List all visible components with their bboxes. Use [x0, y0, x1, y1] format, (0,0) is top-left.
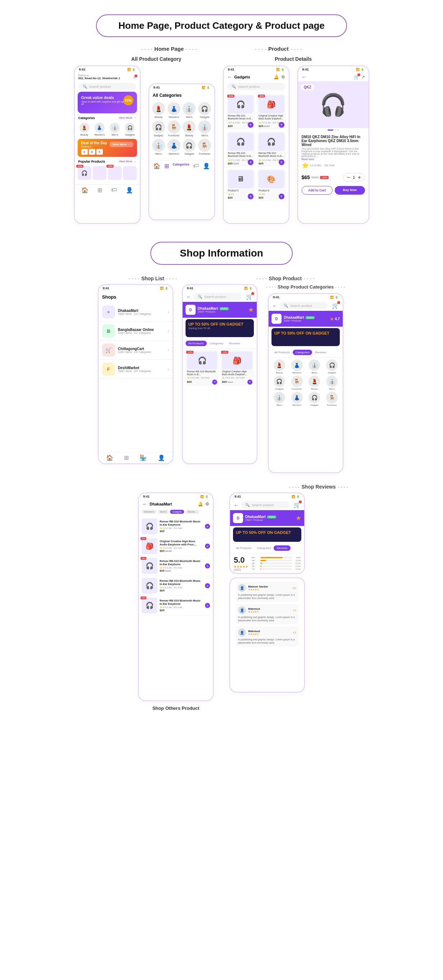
shop-cats-search[interactable]: 🔍 Search product — [279, 302, 327, 309]
shop-others-phone: 9:41 📶🔋 ← DhakaaMart 🔔 ⚙ Women's Men's G… — [138, 493, 214, 701]
home-page-label: - - - - Home Page - - - - — [141, 46, 197, 52]
hp-search-bar[interactable]: 🔍 Search product — [78, 83, 136, 90]
shop-item-dhaka[interactable]: D DhakaaMart 2500+ Items · 13+ Categorie… — [98, 302, 173, 321]
shop-information-divider: Shop Information — [0, 235, 443, 275]
shop-cats-tabs: All Products Categories Reviews — [268, 348, 343, 358]
shop-cats-phone: 9:41 📶🔋 ← 🔍 Search product 🛒 D DhakaaMar… — [268, 293, 343, 473]
all-product-category-label: All Product Category — [131, 56, 181, 62]
shop-banner: UP TO 50% OFF ON GADGET Starting from TK… — [186, 319, 254, 337]
shop-header: D DhakaaMart Online 2500+ Products ★ — [183, 302, 257, 318]
gadgets-products-phone: 9:41 📶🔋 ← Gadgets 🔔⚙ 🔍 Search product -3… — [223, 65, 289, 224]
others-product-list: 🎧 Remax RB-S10 Bluetooth Music In-Ear Ea… — [139, 515, 213, 617]
shop-row-2: 9:41 📶🔋 ← DhakaaMart 🔔 ⚙ Women's Men's G… — [0, 493, 443, 725]
add-to-cart-btn[interactable]: Add to Cart — [302, 186, 333, 195]
hp-popular: -10%🎧 -30% — [75, 165, 140, 181]
all-cats-grid: 💄Beauty 👗Women's 👔Men's 🎧Gadgets 🎧Gadget… — [149, 100, 214, 157]
review-card-3: 👤 Mahmud ★★★★½ 4.5 In publishing and gra… — [236, 626, 299, 646]
shop-item-bangla[interactable]: B BanglaBazaar Online 2100+ Items · 11+ … — [98, 321, 173, 341]
gadgets-search[interactable]: 🔍 Search product — [227, 83, 285, 90]
review-card-1: 👤 Mamun Sardar ★★★★★ 5.0 In publishing a… — [236, 582, 299, 602]
shop-prod-search[interactable]: 🔍 Search product — [194, 293, 241, 301]
shop-cats-banner: UP TO 50% OFF ON GADGET — [272, 328, 340, 346]
review-summary: 5.0 ★★★★★ (2852) 5★ 55% 4★ 4.2% — [230, 553, 304, 573]
cats-bottom-nav: 🏠 ⊞ Categories 🏷 👤 — [149, 160, 214, 172]
shop-prod-tabs: All Products Categories Reviews — [183, 339, 257, 348]
shop-product-phone: 9:41 📶🔋 ← 🔍 Search product 🛒 D DhakaaMar… — [182, 284, 257, 464]
shop-prod-cats-label: - - - - Shop Product Categories - - - - — [266, 284, 345, 290]
deal-of-day: Deal of the Day Ending in View More → 0 … — [78, 139, 137, 157]
product-label: - - - - Product - - - - — [255, 46, 302, 52]
shop-list-phone: 9:41 📶🔋 Shops D DhakaaMart 2500+ Items ·… — [98, 284, 173, 464]
review-card-2: 👤 Mahmud ★★★★½ 4.5 In publishing and gra… — [236, 604, 299, 624]
hp-banner: Great-value deals Save on best with coup… — [78, 92, 137, 113]
shop-reviews-label: - - - - Shop Reviews - - - - — [289, 484, 348, 490]
shop-list-label: - - - - Shop List - - - - — [129, 275, 177, 282]
buy-now-btn[interactable]: Buy Now — [335, 186, 365, 195]
shop-cats-header: D DhakaaMart Online 2500+ Products ★ 4.7 — [268, 311, 343, 327]
shop-row-1: 9:41 📶🔋 Shops D DhakaaMart 2500+ Items ·… — [0, 284, 443, 480]
home-section: 9:41 📶🔋 Deliver to 522, Road No-12, Shek… — [0, 65, 443, 235]
detail-img: QKZ 🎧 — [298, 81, 368, 128]
shop-item-deshi[interactable]: F DeshiMarket 2500+ Items · 15+ Categori… — [98, 360, 173, 379]
main-title-box: Home Page, Product Category & Product pa… — [96, 14, 347, 37]
shop-reviews-phone-top: 9:41 📶🔋 ← 🔍 Search product 🛒 D DhakaaMar… — [229, 493, 305, 574]
main-title: Home Page, Product Category & Product pa… — [118, 20, 325, 31]
shop-information-title: Shop Information — [180, 248, 263, 259]
shop-list-nav: 🏠 ⊞ 🏪 👤 — [98, 452, 173, 463]
shop-product-label: - - - - Shop Product - - - - — [256, 275, 314, 282]
shop-others-bottom-label: Shop Others Product — [152, 705, 200, 711]
shop-cats-grid: 💄Beauty 👗Women's 👔Men's 🎧Gadgets 🎧Gadget… — [268, 358, 343, 408]
homepage-phone: 9:41 📶🔋 Deliver to 522, Road No-12, Shek… — [74, 65, 141, 224]
shop-item-chitt[interactable]: 🛒 ChittagongCart 2100+ Items · 13+ Categ… — [98, 341, 173, 360]
product-details-phone: 9:41 📶🔋 ← 🛒 ↗ QKZ 🎧 DM10 QKZ DM10 Zinc A… — [297, 65, 369, 224]
all-categories-phone: 9:41 📶🔋 All Categories 💄Beauty 👗Women's … — [149, 83, 215, 220]
shop-reviews-phone-bottom: 👤 Mamun Sardar ★★★★★ 5.0 In publishing a… — [229, 578, 305, 692]
product-details-label: Product Details — [275, 56, 312, 62]
gadgets-grid: -30% 🎧 Remax RB-S10 Bluetooth Music In-E… — [224, 92, 289, 203]
hp-bottom-nav: 🏠 ⊞ 🏷 👤 — [75, 184, 140, 196]
shop-prod-grid: -30% 🎧 Remax RB-S10 Bluetooth Music In-E… — [183, 348, 257, 387]
hp-categories: 💄Beauty 👗Women's 👔Men's 🎧Gadgets — [75, 121, 140, 137]
